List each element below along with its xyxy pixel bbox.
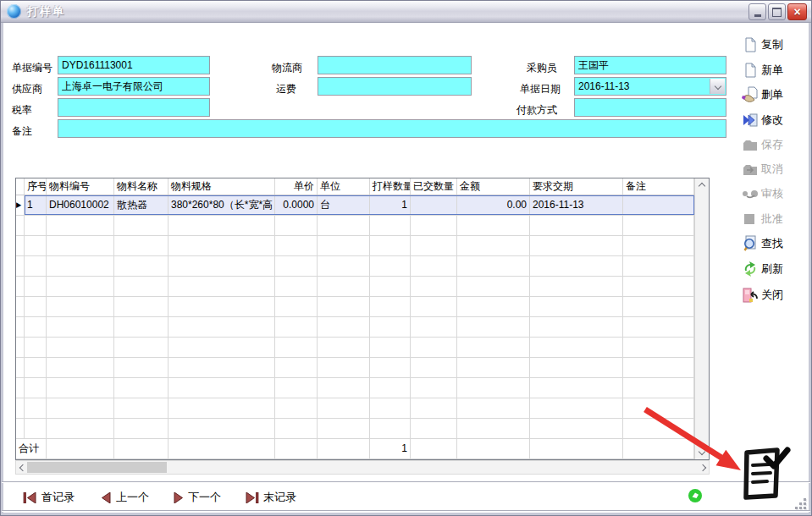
freight-field[interactable] bbox=[318, 77, 472, 96]
last-record-button[interactable]: 末记录 bbox=[245, 490, 296, 505]
close-form-icon bbox=[742, 287, 759, 304]
cell-seq[interactable]: 1 bbox=[25, 195, 47, 215]
table-empty-row[interactable] bbox=[16, 419, 694, 439]
cell-unit-price[interactable]: 0.0000 bbox=[275, 195, 318, 215]
minimize-button[interactable] bbox=[748, 3, 766, 20]
chevron-up-icon bbox=[699, 183, 705, 189]
cell-material-code[interactable]: DH06010002 bbox=[47, 195, 114, 215]
col-unit[interactable]: 单位 bbox=[318, 178, 370, 195]
table-empty-row[interactable] bbox=[16, 236, 694, 256]
modify-button[interactable]: 修改 bbox=[742, 110, 809, 130]
doc-date-dropdown-button[interactable] bbox=[710, 79, 725, 94]
table-empty-row[interactable] bbox=[16, 297, 694, 317]
scroll-up-button[interactable] bbox=[695, 179, 709, 193]
table-empty-row[interactable] bbox=[16, 256, 694, 277]
window-title: 打样单 bbox=[27, 4, 65, 19]
divider bbox=[2, 481, 810, 482]
next-record-icon bbox=[173, 492, 184, 503]
table-empty-row[interactable] bbox=[16, 378, 694, 398]
table-empty-row[interactable] bbox=[16, 216, 694, 236]
col-material-name[interactable]: 物料名称 bbox=[114, 178, 168, 195]
col-unit-price[interactable]: 单价 bbox=[275, 178, 318, 195]
chevron-down-icon bbox=[699, 448, 705, 455]
doc-no-field[interactable] bbox=[58, 56, 210, 74]
remark-label: 备注 bbox=[12, 124, 32, 139]
doc-date-combobox[interactable]: 2016-11-13 bbox=[574, 77, 726, 96]
col-seq[interactable]: 序号 bbox=[25, 178, 47, 195]
first-record-button[interactable]: 首记录 bbox=[23, 490, 75, 505]
close-form-button[interactable]: 关闭 bbox=[742, 285, 809, 305]
refresh-icon bbox=[742, 261, 759, 277]
modify-icon bbox=[742, 112, 759, 129]
col-delivered-qty[interactable]: 已交数量 bbox=[411, 178, 457, 195]
table-empty-row[interactable] bbox=[16, 358, 694, 378]
cell-due-date[interactable]: 2016-11-13 bbox=[530, 195, 623, 215]
previous-record-button[interactable]: 上一个 bbox=[101, 490, 149, 505]
copy-button[interactable]: 复制 bbox=[742, 35, 809, 55]
table-empty-row[interactable] bbox=[16, 277, 694, 297]
cell-amount[interactable]: 0.00 bbox=[457, 195, 530, 215]
maximize-button[interactable] bbox=[768, 3, 786, 20]
cell-delivered-qty[interactable] bbox=[411, 195, 457, 215]
current-row-marker-icon: ▶ bbox=[16, 195, 24, 215]
table-header-row: 序号 物料编号 物料名称 物料规格 单价 单位 打样数量 已交数量 金额 要求交… bbox=[16, 178, 694, 195]
approve-icon bbox=[742, 211, 759, 228]
cell-remark[interactable] bbox=[623, 195, 694, 215]
chevron-down-icon bbox=[714, 83, 721, 90]
titlebar[interactable]: 打样单 × bbox=[1, 1, 811, 23]
resize-grip[interactable] bbox=[795, 498, 809, 512]
col-due-date[interactable]: 要求交期 bbox=[530, 178, 623, 195]
minimize-icon bbox=[754, 14, 761, 17]
scroll-down-button[interactable] bbox=[695, 445, 709, 458]
doc-no-label: 单据编号 bbox=[12, 61, 52, 75]
first-record-icon bbox=[23, 492, 37, 503]
new-doc-button[interactable]: 新单 bbox=[742, 60, 809, 80]
remark-field[interactable] bbox=[58, 119, 726, 138]
cell-material-name[interactable]: 散热器 bbox=[114, 195, 168, 215]
refresh-button[interactable]: 刷新 bbox=[742, 259, 809, 279]
payment-label: 付款方式 bbox=[516, 103, 557, 118]
row-gutter bbox=[16, 178, 25, 195]
tax-rate-field[interactable] bbox=[58, 98, 210, 117]
col-material-code[interactable]: 物料编号 bbox=[47, 178, 114, 195]
approve-button: 批准 bbox=[742, 209, 809, 229]
supplier-field[interactable] bbox=[58, 77, 210, 96]
doc-date-value: 2016-11-13 bbox=[578, 80, 630, 92]
payment-field[interactable] bbox=[574, 98, 726, 117]
audit-button: 审核 bbox=[742, 184, 809, 204]
previous-record-icon bbox=[101, 492, 112, 503]
row-gutter: ▶ bbox=[16, 195, 25, 215]
close-icon: × bbox=[793, 6, 800, 18]
logistics-field[interactable] bbox=[318, 56, 472, 74]
cell-unit[interactable]: 台 bbox=[318, 195, 370, 215]
vertical-scrollbar[interactable] bbox=[694, 178, 709, 459]
new-doc-icon bbox=[742, 62, 759, 79]
close-button[interactable]: × bbox=[787, 3, 807, 20]
total-label: 合计 bbox=[16, 439, 47, 458]
buyer-field[interactable] bbox=[574, 56, 726, 74]
next-record-button[interactable]: 下一个 bbox=[173, 490, 221, 505]
save-button: 保存 bbox=[742, 134, 809, 155]
delete-doc-icon bbox=[742, 86, 759, 103]
table-row[interactable]: ▶ 1 DH06010002 散热器 380*260*80（长*宽*高 0.00… bbox=[16, 195, 694, 216]
col-sample-qty[interactable]: 打样数量 bbox=[370, 178, 411, 195]
maximize-icon bbox=[772, 8, 782, 17]
table-empty-row[interactable] bbox=[16, 398, 694, 419]
horizontal-scrollbar[interactable] bbox=[15, 460, 710, 475]
buyer-label: 采购员 bbox=[527, 61, 557, 75]
delete-doc-button[interactable]: 删单 bbox=[742, 85, 809, 105]
cell-spec[interactable]: 380*260*80（长*宽*高 bbox=[168, 195, 275, 215]
divider bbox=[2, 510, 810, 511]
col-amount[interactable]: 金额 bbox=[457, 178, 530, 195]
horizontal-scroll-thumb[interactable] bbox=[27, 462, 167, 473]
table-empty-row[interactable] bbox=[16, 338, 694, 358]
copy-icon bbox=[742, 36, 759, 53]
cell-sample-qty[interactable]: 1 bbox=[370, 195, 411, 215]
col-remark[interactable]: 备注 bbox=[623, 178, 694, 195]
scroll-right-button[interactable] bbox=[696, 461, 709, 474]
document-check-icon[interactable] bbox=[738, 446, 791, 508]
search-button[interactable]: 查找 bbox=[742, 233, 809, 254]
table-empty-row[interactable] bbox=[16, 317, 694, 338]
items-table: 序号 物料编号 物料名称 物料规格 单价 单位 打样数量 已交数量 金额 要求交… bbox=[15, 178, 710, 460]
col-spec[interactable]: 物料规格 bbox=[168, 178, 275, 195]
